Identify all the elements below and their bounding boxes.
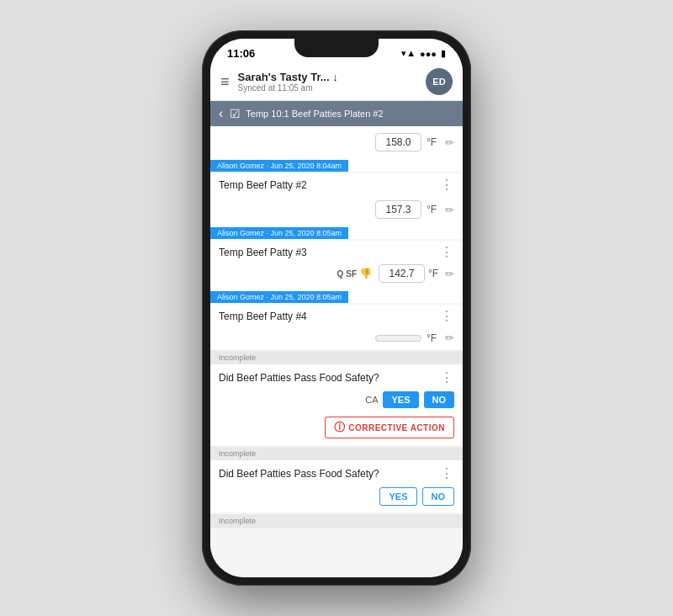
answer-row-2: YES NO — [210, 484, 463, 512]
thermometer-icon-4: ✏ — [445, 332, 454, 344]
unit-label-2: °F — [427, 204, 440, 215]
qsf-row: Q SF 👎 142.7 °F ✏ — [210, 261, 463, 288]
question-row-1: Did Beef Patties Pass Food Safety? ⋮ — [210, 364, 463, 388]
flag-icons: Q SF 👎 — [336, 268, 372, 279]
app-header: ≡ Sarah's Tasty Tr... ↓ Synced at 11:05 … — [210, 63, 463, 101]
incomplete-header-3: Incomplete — [210, 514, 463, 528]
corrective-action-button[interactable]: ⓘ CORRECTIVE ACTION — [325, 417, 454, 438]
dots-menu-3[interactable]: ⋮ — [440, 246, 454, 259]
doc-icon: ☑ — [230, 107, 241, 120]
flag-q: Q — [336, 269, 343, 279]
timestamp-badge-1: Alison Gomez · Jun 25, 2020 8:04am — [210, 157, 463, 172]
status-icons: ▾▲ ●●● ▮ — [401, 48, 446, 59]
thermometer-icon-3: ✏ — [445, 268, 454, 280]
entry-row-2: 157.3 °F ✏ — [210, 194, 463, 224]
phone-frame: 11:06 ▾▲ ●●● ▮ ≡ Sarah's Tasty Tr... ↓ S… — [202, 30, 471, 586]
avatar[interactable]: ED — [426, 68, 453, 95]
dots-menu-4[interactable]: ⋮ — [440, 310, 454, 323]
back-button[interactable]: ‹ — [219, 106, 223, 121]
yes-button-1[interactable]: YES — [383, 391, 418, 408]
content-area: 158.0 °F ✏ Alison Gomez · Jun 25, 2020 8… — [210, 126, 463, 577]
item-row-2: Temp Beef Patty #2 ⋮ — [210, 173, 463, 194]
nav-title: Temp 10:1 Beef Patties Platen #2 — [246, 109, 383, 119]
item-label-3: Temp Beef Patty #3 — [219, 247, 307, 258]
unit-label-3: °F — [428, 268, 442, 279]
temp-value-3[interactable]: 142.7 — [379, 264, 425, 283]
unit-label-1: °F — [427, 136, 440, 148]
question-card-2: Did Beef Patties Pass Food Safety? ⋮ YES… — [210, 460, 463, 512]
signal-icon: ●●● — [420, 49, 437, 59]
thermometer-icon-1: ✏ — [445, 136, 454, 149]
question-text-1: Did Beef Patties Pass Food Safety? — [219, 372, 379, 384]
corrective-action-label: CORRECTIVE ACTION — [348, 423, 445, 433]
unit-label-4: °F — [427, 332, 440, 344]
entry-row-4: °F ✏ — [210, 325, 463, 349]
wifi-icon: ▾▲ — [401, 48, 416, 59]
incomplete-header-2: Incomplete — [210, 447, 463, 460]
header-text: Sarah's Tasty Tr... ↓ Synced at 11:05 am — [238, 71, 426, 93]
entry-card-2: Temp Beef Patty #2 ⋮ 157.3 °F ✏ Alison G… — [210, 173, 463, 239]
entry-card-3: Temp Beef Patty #3 ⋮ Q SF 👎 142.7 °F ✏ A… — [210, 241, 463, 303]
dots-menu-q1[interactable]: ⋮ — [440, 371, 454, 385]
item-label-2: Temp Beef Patty #2 — [219, 179, 307, 191]
exclamation-icon: ⓘ — [334, 420, 345, 435]
ca-label: CA — [365, 395, 378, 405]
dots-menu-q2[interactable]: ⋮ — [440, 467, 454, 481]
no-button-2[interactable]: NO — [422, 487, 455, 506]
incomplete-header-1: Incomplete — [210, 351, 463, 364]
thermometer-icon-2: ✏ — [445, 204, 454, 216]
no-button-1[interactable]: NO — [424, 391, 455, 408]
timestamp-badge-3: Alison Gomez · Jun 25, 2020 8:05am — [210, 288, 463, 303]
flag-sf: SF — [346, 269, 357, 279]
status-time: 11:06 — [227, 47, 255, 60]
battery-icon: ▮ — [441, 48, 446, 59]
timestamp-badge-2: Alison Gomez · Jun 25, 2020 8:05am — [210, 224, 463, 239]
question-text-2: Did Beef Patties Pass Food Safety? — [219, 468, 379, 480]
phone-screen: 11:06 ▾▲ ●●● ▮ ≡ Sarah's Tasty Tr... ↓ S… — [210, 39, 463, 577]
question-row-2: Did Beef Patties Pass Food Safety? ⋮ — [210, 460, 463, 484]
entry-row-1: 158.0 °F ✏ — [210, 126, 463, 157]
temp-value-1[interactable]: 158.0 — [375, 133, 421, 151]
entry-card-4: Temp Beef Patty #4 ⋮ °F ✏ — [210, 305, 463, 349]
hamburger-icon[interactable]: ≡ — [220, 74, 230, 89]
answer-row-1: CA YES NO — [210, 388, 463, 415]
item-row-4: Temp Beef Patty #4 ⋮ — [210, 305, 463, 325]
item-row-3: Temp Beef Patty #3 ⋮ — [210, 241, 463, 261]
entry-card-1: 158.0 °F ✏ Alison Gomez · Jun 25, 2020 8… — [210, 126, 463, 172]
header-title: Sarah's Tasty Tr... ↓ — [238, 71, 426, 83]
corrective-action-row-1: ⓘ CORRECTIVE ACTION — [210, 415, 463, 445]
header-subtitle: Synced at 11:05 am — [238, 83, 426, 93]
nav-bar: ‹ ☑ Temp 10:1 Beef Patties Platen #2 — [210, 101, 463, 126]
temp-value-4[interactable] — [375, 335, 421, 342]
temp-value-2[interactable]: 157.3 — [375, 200, 421, 219]
item-label-4: Temp Beef Patty #4 — [219, 311, 307, 322]
question-card-1: Did Beef Patties Pass Food Safety? ⋮ CA … — [210, 364, 463, 445]
dots-menu-2[interactable]: ⋮ — [440, 178, 454, 192]
yes-button-2[interactable]: YES — [379, 487, 416, 506]
flag-thumb: 👎 — [359, 268, 372, 279]
phone-notch — [294, 39, 379, 57]
